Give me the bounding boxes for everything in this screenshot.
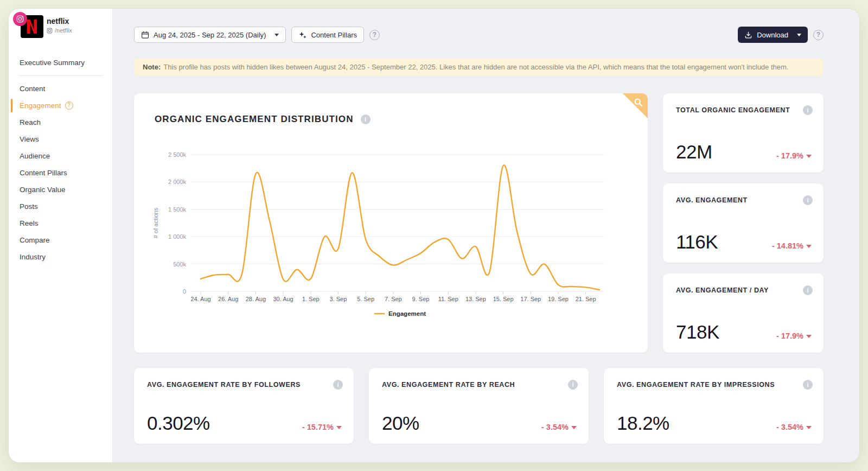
note-text: This profile has posts with hidden likes… (163, 63, 788, 71)
download-button[interactable]: Download (738, 27, 808, 43)
metric-change: - 17.9% (776, 332, 812, 340)
card-title: AVG. ENGAGEMENT / DAY (676, 285, 769, 294)
x-axis-tick-label: 15. Sep (493, 296, 514, 302)
info-icon[interactable]: i (568, 380, 578, 390)
sidebar-item-industry[interactable]: Industry (9, 249, 112, 265)
metric-change: - 15.71% (302, 423, 342, 431)
magnifier-icon (633, 97, 644, 108)
date-range-label: Aug 24, 2025 - Sep 22, 2025 (Daily) (154, 31, 266, 39)
sidebar-item-compare[interactable]: Compare (9, 232, 112, 249)
x-axis-tick-label: 21. Sep (576, 296, 596, 302)
stat-card-avg-engagement-day: AVG. ENGAGEMENT / DAYi718K- 17.9% (663, 273, 824, 353)
sidebar-item-label: Reels (20, 219, 39, 227)
sidebar-item-reach[interactable]: Reach (9, 114, 112, 131)
card-title: TOTAL ORGANIC ENGAGEMENT (676, 105, 790, 114)
metric-change-value: - 3.54% (541, 423, 569, 431)
profile-handle: /netflix (47, 27, 72, 34)
metric-change-value: - 14.81% (772, 241, 803, 250)
content-grid: ORGANIC ENGAGEMENT DISTRIBUTION i 0500k1… (134, 93, 824, 353)
profile-header[interactable]: netflix /netflix (9, 9, 112, 50)
help-icon[interactable]: ? (813, 30, 824, 40)
info-icon[interactable]: i (333, 380, 343, 390)
sidebar-item-engagement[interactable]: Engagement? (9, 97, 112, 114)
sidebar-item-reels[interactable]: Reels (9, 215, 112, 232)
card-title: AVG. ENGAGEMENT RATE BY FOLLOWERS (147, 380, 301, 389)
date-range-button[interactable]: Aug 24, 2025 - Sep 22, 2025 (Daily) (134, 27, 286, 43)
y-axis-tick-label: 2 500k (168, 151, 187, 158)
x-axis-tick-label: 3. Sep (330, 296, 347, 302)
trend-down-icon (571, 426, 577, 429)
sidebar-item-label: Content (20, 85, 45, 93)
chart-title: ORGANIC ENGAGEMENT DISTRIBUTION (155, 114, 354, 125)
y-axis-tick-label: 2 000k (168, 179, 187, 185)
trend-down-icon (806, 335, 812, 338)
metric-change-value: - 15.71% (302, 423, 334, 431)
stat-cards-column: TOTAL ORGANIC ENGAGEMENTi22M- 17.9%AVG. … (663, 93, 824, 353)
trend-down-icon (336, 426, 342, 429)
sparkle-icon (298, 31, 307, 39)
sidebar-item-label: Engagement (20, 101, 61, 110)
rate-card-avg-engagement-rate-by-impressions: AVG. ENGAGEMENT RATE BY IMPRESSIONSi18.2… (604, 368, 824, 444)
sidebar-item-organic-value[interactable]: Organic Value (9, 181, 112, 198)
trend-down-icon (806, 426, 812, 429)
y-axis-tick-label: 1 500k (168, 206, 187, 213)
sidebar-item-posts[interactable]: Posts (9, 198, 112, 215)
sidebar-item-label: Reach (20, 118, 41, 126)
chart-legend[interactable]: Engagement (374, 310, 426, 317)
divider (20, 75, 103, 76)
x-axis-tick-label: 17. Sep (520, 296, 541, 302)
x-axis-tick-label: 28. Aug (246, 296, 266, 302)
x-axis-tick-label: 9. Sep (412, 296, 430, 302)
card-title: AVG. ENGAGEMENT RATE BY REACH (382, 380, 515, 389)
metric-value: 20% (382, 412, 419, 434)
sidebar-item-label: Audience (20, 152, 50, 160)
hidden-likes-note: Note: This profile has posts with hidden… (134, 59, 824, 75)
caret-down-icon (797, 34, 801, 36)
x-axis-tick-label: 1. Sep (302, 296, 320, 302)
x-axis-tick-label: 11. Sep (438, 296, 458, 302)
sidebar-item-audience[interactable]: Audience (9, 148, 112, 164)
organic-engagement-chart-card: ORGANIC ENGAGEMENT DISTRIBUTION i 0500k1… (134, 93, 648, 353)
sidebar-item-label: Organic Value (20, 186, 66, 194)
x-axis-tick-label: 26. Aug (218, 296, 238, 302)
x-axis-tick-label: 24. Aug (190, 296, 210, 302)
metric-change: - 14.81% (772, 241, 812, 250)
x-axis-tick-label: 13. Sep (465, 296, 486, 302)
sidebar-item-label: Content Pillars (20, 169, 67, 177)
instagram-icon (47, 28, 53, 34)
calendar-icon (141, 31, 149, 39)
sidebar-item-executive-summary[interactable]: Executive Summary (9, 54, 112, 71)
sidebar-item-content[interactable]: Content (9, 80, 112, 97)
sidebar-item-label: Views (20, 135, 39, 143)
card-title: AVG. ENGAGEMENT (676, 195, 748, 204)
download-label: Download (757, 31, 788, 39)
download-icon (744, 31, 752, 39)
y-axis-tick-label: 0 (183, 288, 186, 295)
sidebar-item-views[interactable]: Views (9, 131, 112, 148)
help-icon[interactable]: ? (369, 30, 380, 40)
chart-zoom-corner-button[interactable] (623, 93, 648, 118)
content-pillars-button[interactable]: Content Pillars (291, 27, 364, 43)
engagement-chart[interactable]: 0500k1 000k1 500k2 000k2 500k# of action… (134, 93, 648, 353)
metric-change: - 3.54% (541, 423, 577, 431)
metric-value: 18.2% (617, 412, 669, 434)
sidebar: netflix /netflix Executive SummaryConten… (9, 9, 113, 462)
x-axis-tick-label: 19. Sep (548, 296, 569, 302)
x-axis-tick-label: 30. Aug (273, 296, 293, 302)
engagement-line (201, 165, 599, 290)
app-window: netflix /netflix Executive SummaryConten… (9, 9, 859, 462)
y-axis-tick-label: 500k (173, 261, 186, 268)
note-prefix: Note: (143, 63, 161, 71)
metric-change-value: - 17.9% (776, 151, 803, 160)
info-icon[interactable]: i (803, 380, 813, 390)
sidebar-item-label: Posts (20, 202, 38, 211)
info-icon[interactable]: i (803, 285, 813, 295)
sidebar-item-content-pillars[interactable]: Content Pillars (9, 164, 112, 181)
metric-change: - 17.9% (776, 151, 812, 160)
info-icon[interactable]: i (361, 114, 371, 124)
info-icon[interactable]: i (803, 195, 813, 205)
metric-value: 22M (676, 141, 712, 163)
sidebar-item-label: Executive Summary (20, 59, 85, 67)
main-area: Aug 24, 2025 - Sep 22, 2025 (Daily) Cont… (113, 9, 859, 462)
info-icon[interactable]: i (803, 105, 813, 115)
